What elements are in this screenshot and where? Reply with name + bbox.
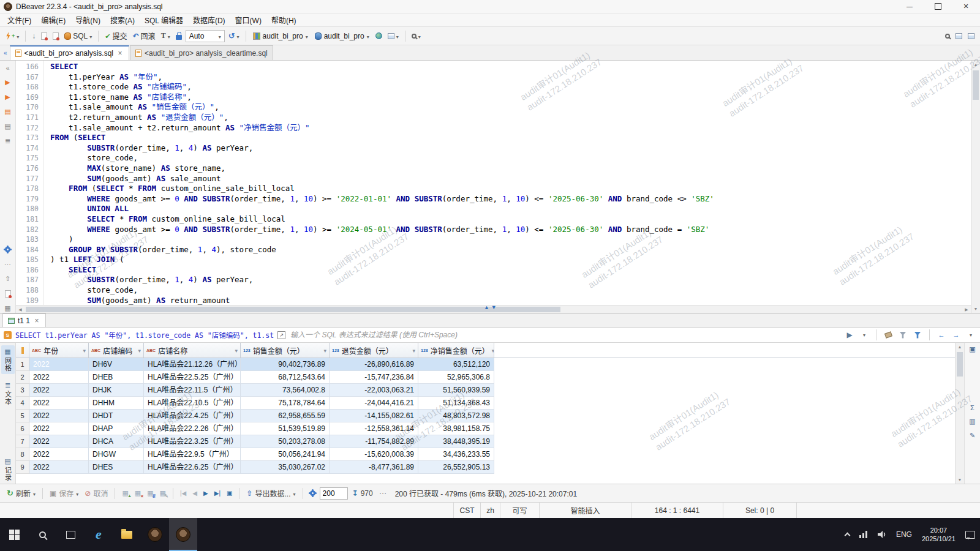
table-cell[interactable]: -24,044,416.21 [330, 397, 418, 410]
collapse-icon[interactable]: « [3, 63, 13, 72]
column-filter-icon[interactable] [323, 346, 326, 354]
column-filter-icon[interactable] [412, 346, 415, 354]
table-cell[interactable]: 2022 [29, 410, 89, 422]
table-cell[interactable]: 26,552,905.13 [418, 461, 494, 474]
transaction-mode-select[interactable]: Auto [186, 30, 225, 42]
delete-row-button[interactable]: ▦ [133, 487, 143, 500]
settings-gear-icon[interactable] [3, 245, 13, 254]
table-cell[interactable]: 2022 [29, 397, 89, 410]
table-row[interactable]: 42022DHHMHLA唯品会22.10.5（广州）75,178,784.64-… [16, 397, 955, 410]
editor-tab[interactable]: <audit_bi_pro> analysis_cleartime.sql [130, 45, 273, 60]
clock[interactable]: 20:072025/10/21 [917, 518, 960, 551]
table-row[interactable]: 82022DHGWHLA唯品会22.9.5（广州）50,056,241.94-1… [16, 448, 955, 461]
tab-close-icon[interactable] [116, 49, 124, 58]
menu-item[interactable]: 编辑(E) [36, 13, 70, 26]
previous-row-button[interactable]: ◀ [190, 487, 199, 500]
row-number[interactable]: 1 [16, 358, 29, 371]
overflow-icon[interactable]: ⋯ [377, 487, 389, 500]
restore-panel-icon[interactable]: « [1, 50, 10, 56]
chevron-down-icon[interactable] [859, 329, 870, 340]
row-number[interactable]: 6 [16, 422, 29, 435]
table-cell[interactable]: -26,890,616.89 [330, 358, 418, 371]
row-number[interactable]: 7 [16, 435, 29, 448]
scrollbar-thumb[interactable] [26, 307, 560, 312]
table-cell[interactable]: -12,558,361.14 [330, 422, 418, 435]
network-button[interactable] [386, 29, 401, 43]
task-view-button[interactable] [56, 518, 85, 551]
row-number[interactable]: 2 [16, 371, 29, 384]
table-cell[interactable]: 38,981,158.75 [418, 422, 494, 435]
sash-arrows-icon[interactable]: ▲▼ [484, 304, 499, 310]
table-cell[interactable]: 51,539,519.89 [241, 422, 330, 435]
lock-button[interactable] [174, 29, 184, 43]
table-cell[interactable]: 75,178,784.64 [241, 397, 330, 410]
dbeaver-taskbar-button[interactable] [141, 518, 169, 551]
internet-explorer-button[interactable]: e [85, 518, 113, 551]
grid-corner-cell[interactable] [16, 343, 29, 358]
table-row[interactable]: 92022DHESHLA唯品会22.6.25（广州）35,030,267.02-… [16, 461, 955, 474]
file-explorer-button[interactable] [113, 518, 141, 551]
table-row[interactable]: 72022DHCAHLA唯品会22.3.25（广州）50,203,278.08-… [16, 435, 955, 448]
table-row[interactable]: 22022DHEBHLA唯品会22.5.25（广州）68,712,543.64-… [16, 371, 955, 384]
table-cell[interactable]: 2022 [29, 371, 89, 384]
taskbar-search-button[interactable] [28, 518, 56, 551]
explain-plan-icon[interactable]: ▤ [3, 107, 13, 116]
column-filter-icon[interactable] [138, 346, 141, 354]
table-cell[interactable]: 50,203,278.08 [241, 435, 330, 448]
fetch-results-button[interactable]: ↓ [30, 29, 37, 43]
table-cell[interactable]: 2022 [29, 435, 89, 448]
transaction-log-button[interactable]: T [159, 29, 172, 43]
column-header[interactable]: 123销售金额（元） [241, 343, 330, 358]
menu-item[interactable]: 数据库(D) [188, 13, 230, 26]
execute-script-button[interactable] [39, 29, 49, 43]
record-mode-toggle[interactable]: ▤记录 [1, 455, 15, 484]
menu-item[interactable]: 窗口(W) [230, 13, 266, 26]
export-data-button[interactable]: 导出数据... [244, 487, 297, 500]
table-row[interactable]: 62022DHAPHLA唯品会22.2.26（广州）51,539,519.89-… [16, 422, 955, 435]
language-indicator[interactable]: ENG [891, 518, 917, 551]
scroll-down-icon[interactable]: ▼ [971, 305, 980, 313]
menu-item[interactable]: 帮助(H) [266, 13, 301, 26]
first-row-button[interactable]: |◀ [178, 487, 188, 500]
chevron-down-icon[interactable] [965, 329, 976, 340]
grid-view-tab[interactable]: ▦网格 [1, 345, 15, 374]
table-cell[interactable]: -15,747,236.84 [330, 371, 418, 384]
table-cell[interactable]: DHAP [89, 422, 144, 435]
edit-row-button[interactable]: ▦ [158, 487, 168, 500]
layout-button[interactable] [966, 29, 976, 43]
dbeaver-taskbar-button-active[interactable] [169, 518, 197, 551]
table-cell[interactable]: 90,402,736.89 [241, 358, 330, 371]
row-number[interactable]: 3 [16, 384, 29, 397]
query-history-button[interactable] [227, 29, 241, 43]
refresh-button[interactable]: 刷新 [5, 487, 37, 500]
text-view-tab[interactable]: ≣文本 [1, 379, 15, 408]
new-sql-editor-button[interactable]: + [4, 29, 21, 43]
calc-panel-icon[interactable]: Σ [970, 404, 974, 411]
scroll-up-icon[interactable]: ▲ [971, 61, 980, 69]
execute-script-icon[interactable]: ▶ [3, 92, 13, 102]
column-header[interactable]: 123退货金额（元） [330, 343, 418, 358]
table-row[interactable]: 32022DHJKHLA唯品会22.11.5（广州）73,564,002.8-2… [16, 384, 955, 397]
scroll-left-icon[interactable]: ◀ [16, 305, 24, 313]
back-icon[interactable]: ← [936, 329, 947, 340]
next-row-button[interactable]: ▶ [202, 487, 210, 500]
table-cell[interactable]: DH6V [89, 358, 144, 371]
menu-item[interactable]: 文件(F) [2, 13, 36, 26]
editor-vertical-scrollbar[interactable]: ▲ ▼ [971, 61, 980, 313]
rollback-button[interactable]: 回滚 [131, 29, 157, 43]
table-cell[interactable]: 51,134,368.43 [418, 397, 494, 410]
scrollbar-thumb[interactable] [957, 352, 963, 377]
column-filter-icon[interactable] [492, 346, 494, 354]
table-cell[interactable]: HLA唯品会22.10.5（广州） [144, 397, 241, 410]
action-center-button[interactable] [960, 518, 980, 551]
column-header[interactable]: ABC店铺名称 [144, 343, 241, 358]
hidden-icons-button[interactable] [840, 518, 854, 551]
start-button[interactable] [0, 518, 28, 551]
filter-history-icon[interactable] [897, 329, 908, 340]
minimize-button[interactable] [895, 0, 924, 13]
value-viewer-panel-icon[interactable]: ▣ [969, 345, 975, 353]
duplicate-row-button[interactable]: ▦ [145, 487, 155, 500]
table-cell[interactable]: DHGW [89, 448, 144, 461]
table-cell[interactable]: 48,803,572.98 [418, 410, 494, 422]
table-cell[interactable]: 2022 [29, 358, 89, 371]
